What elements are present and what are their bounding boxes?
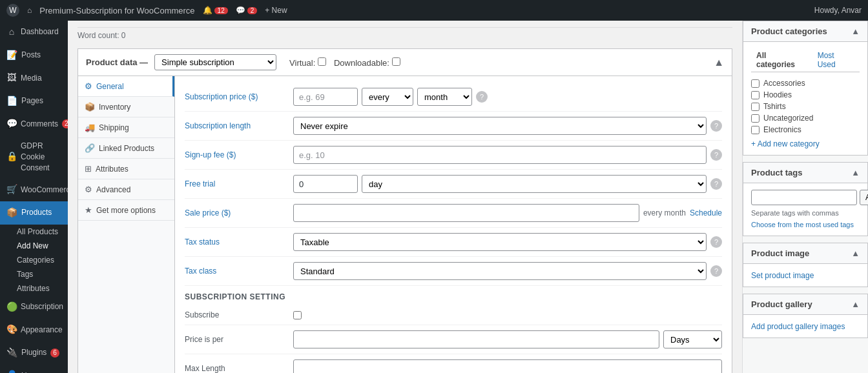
gdpr-icon: 🔒 xyxy=(6,150,17,163)
tags-collapse[interactable]: ▲ xyxy=(851,168,860,177)
virtual-checkbox[interactable] xyxy=(318,57,326,66)
tax-class-help[interactable]: ? xyxy=(710,265,722,277)
sidebar-item-users[interactable]: 👤 Users xyxy=(0,364,68,373)
sidebar-item-subscription[interactable]: 🟢 Subscription xyxy=(0,296,68,319)
cat-tab-most-used[interactable]: Most Used xyxy=(812,48,860,72)
form-row-tax-class: Tax class Standard Reduced rate Zero rat… xyxy=(185,257,722,286)
cat-tab-all[interactable]: All categories xyxy=(751,48,812,72)
sidebar-item-gdpr[interactable]: 🔒 GDPR Cookie Consent xyxy=(0,136,68,178)
pages-icon: 📄 xyxy=(6,95,17,108)
tags-input[interactable] xyxy=(751,190,857,205)
cat-checkbox-tshirts[interactable] xyxy=(751,103,760,111)
sidebar-item-products[interactable]: 📦 Products xyxy=(0,201,68,225)
max-length-input[interactable] xyxy=(293,359,722,373)
subscribe-checkbox[interactable] xyxy=(293,311,302,319)
sidebar-sub-categories[interactable]: Categories xyxy=(0,253,68,267)
price-per-unit-select[interactable]: Days Weeks Months xyxy=(663,330,722,348)
sidebar-sub-attributes[interactable]: Attributes xyxy=(0,281,68,296)
cat-item-electronics: Electronics xyxy=(751,124,860,136)
signup-fee-help[interactable]: ? xyxy=(710,149,722,161)
subscription-setting-header: SUBSCRIPTION SETTING xyxy=(185,286,722,305)
tags-add-button[interactable]: Add xyxy=(860,190,868,205)
sidebar-item-appearance[interactable]: 🎨 Appearance xyxy=(0,318,68,341)
dashboard-icon: ⌂ xyxy=(6,26,17,39)
subscription-price-help[interactable]: ? xyxy=(476,91,488,103)
product-image-collapse[interactable]: ▲ xyxy=(851,248,860,258)
form-row-subscription-length: Subscription length Never expire 1 month… xyxy=(185,112,722,141)
categories-collapse[interactable]: ▲ xyxy=(851,26,860,36)
product-type-select[interactable]: Simple subscription Variable subscriptio… xyxy=(154,54,276,70)
tab-shipping[interactable]: 🚚 Shipping xyxy=(78,117,174,138)
tab-general[interactable]: ⚙ General xyxy=(78,76,174,97)
right-sidebar: Product categories ▲ All categories Most… xyxy=(742,21,868,373)
product-data-collapse-btn[interactable]: ▲ xyxy=(714,57,724,68)
sidebar-item-label: WooCommerce xyxy=(21,185,68,196)
set-product-image-link[interactable]: Set product image xyxy=(751,271,814,280)
admin-bar-site-name[interactable]: Premium-Subscription for WooCommerce xyxy=(39,6,194,15)
cat-checkbox-hoodies[interactable] xyxy=(751,91,760,99)
subscription-icon: 🟢 xyxy=(6,301,17,314)
free-trial-input[interactable] xyxy=(293,175,358,193)
admin-bar-home[interactable]: ⌂ xyxy=(27,6,32,15)
tags-choose-link[interactable]: Choose from the most used tags xyxy=(751,221,854,228)
tab-linked-products[interactable]: 🔗 Linked Products xyxy=(78,138,174,159)
tags-input-row: Add xyxy=(751,190,860,205)
downloadable-checkbox[interactable] xyxy=(392,57,400,66)
tab-attributes[interactable]: ⊞ Attributes xyxy=(78,159,174,179)
sale-price-input[interactable] xyxy=(293,204,639,222)
cat-checkbox-electronics[interactable] xyxy=(751,126,760,134)
tax-class-select[interactable]: Standard Reduced rate Zero rate xyxy=(293,262,707,280)
product-image-panel-body: Set product image xyxy=(743,264,867,287)
posts-icon: 📝 xyxy=(6,49,17,62)
sidebar-sub-add-new[interactable]: Add New xyxy=(0,239,68,253)
linked-tab-icon: 🔗 xyxy=(85,143,95,153)
tax-class-label: Tax class xyxy=(185,267,288,276)
sidebar-item-dashboard[interactable]: ⌂ Dashboard xyxy=(0,21,68,44)
schedule-link[interactable]: Schedule xyxy=(690,208,722,217)
tax-status-label: Tax status xyxy=(185,237,288,247)
admin-bar-notif[interactable]: 🔔 12 xyxy=(203,6,228,15)
subscription-unit-select[interactable]: month day week year xyxy=(417,88,472,106)
tab-advanced[interactable]: ⚙ Advanced xyxy=(78,179,174,200)
categories-panel: Product categories ▲ All categories Most… xyxy=(743,21,868,156)
sidebar-item-posts[interactable]: 📝 Posts xyxy=(0,44,68,67)
sidebar-item-pages[interactable]: 📄 Pages xyxy=(0,90,68,113)
tax-status-select[interactable]: Taxable Shipping only None xyxy=(293,233,707,251)
cat-item-accessories: Accessories xyxy=(751,77,860,89)
subscription-price-input[interactable] xyxy=(293,88,358,106)
max-length-label: Max Length xyxy=(185,364,288,373)
subscription-every-select[interactable]: every xyxy=(362,88,413,106)
product-data-label: Product data — xyxy=(86,57,148,67)
sidebar-item-media[interactable]: 🖼 Media xyxy=(0,66,68,90)
sidebar: ⌂ Dashboard 📝 Posts 🖼 Media 📄 Pages 💬 Co… xyxy=(0,21,68,373)
admin-bar: W ⌂ Premium-Subscription for WooCommerce… xyxy=(0,0,868,21)
subscription-length-help[interactable]: ? xyxy=(710,120,722,132)
inventory-tab-icon: 📦 xyxy=(85,102,95,112)
tax-status-help[interactable]: ? xyxy=(710,236,722,248)
plugins-badge: 6 xyxy=(50,348,59,358)
subscription-length-select[interactable]: Never expire 1 month 3 months 6 months 1… xyxy=(293,117,707,135)
product-image-panel: Product image ▲ Set product image xyxy=(743,243,868,287)
cat-checkbox-accessories[interactable] xyxy=(751,79,760,88)
free-trial-help[interactable]: ? xyxy=(710,178,722,190)
sidebar-item-label: Pages xyxy=(21,96,43,106)
tab-label: Linked Products xyxy=(99,144,154,153)
cat-checkbox-uncategorized[interactable] xyxy=(751,114,760,123)
wp-logo[interactable]: W xyxy=(6,4,19,17)
categories-title: Product categories xyxy=(751,26,827,36)
add-category-link[interactable]: + Add new category xyxy=(751,139,860,148)
add-gallery-images-link[interactable]: Add product gallery images xyxy=(751,322,845,331)
sidebar-item-woocommerce[interactable]: 🛒 WooCommerce xyxy=(0,178,68,201)
sidebar-sub-tags[interactable]: Tags xyxy=(0,267,68,281)
admin-bar-comments[interactable]: 💬 2 xyxy=(236,6,258,15)
free-trial-unit-select[interactable]: day week month year xyxy=(362,175,707,193)
tab-get-more[interactable]: ★ Get more options xyxy=(78,200,174,221)
price-per-input[interactable] xyxy=(293,330,659,348)
admin-bar-new[interactable]: + New xyxy=(265,6,287,15)
product-gallery-collapse[interactable]: ▲ xyxy=(851,299,860,309)
signup-fee-input[interactable] xyxy=(293,146,707,164)
sidebar-sub-all-products[interactable]: All Products xyxy=(0,225,68,239)
sidebar-item-plugins[interactable]: 🔌 Plugins 6 xyxy=(0,341,68,365)
sidebar-item-comments[interactable]: 💬 Comments 2 xyxy=(0,112,68,136)
tab-inventory[interactable]: 📦 Inventory xyxy=(78,97,174,117)
